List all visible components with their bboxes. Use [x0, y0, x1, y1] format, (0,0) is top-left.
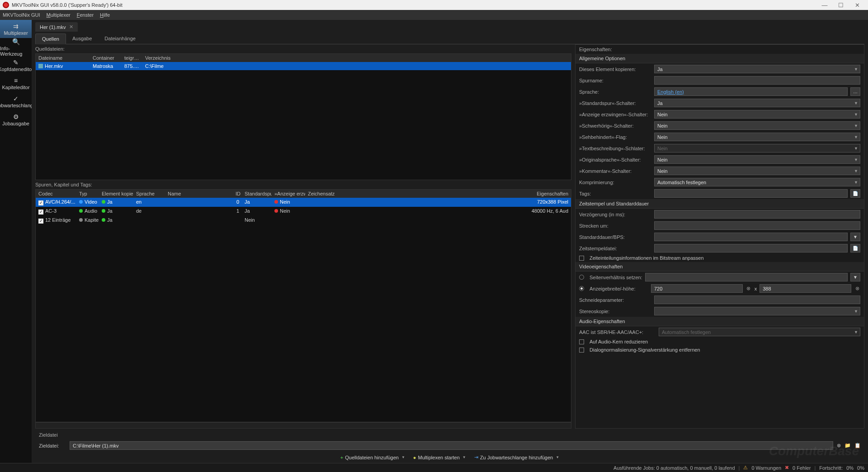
aspect-ratio-input[interactable]: [645, 273, 848, 281]
error-icon: ✖: [785, 465, 789, 471]
language-select[interactable]: English (en): [654, 87, 848, 96]
menu-multiplexer[interactable]: Multiplexer: [47, 12, 71, 18]
menu-window[interactable]: Fenster: [77, 12, 94, 18]
menu-app[interactable]: MKVToolNix GUI: [3, 12, 40, 18]
file-icon: [38, 64, 43, 68]
tracks-grid-header: Codec Typ Element kopieren Sprache Name …: [36, 190, 571, 198]
fix-bitstream-checkbox[interactable]: [579, 256, 584, 261]
multiplexer-icon: ⇉: [12, 23, 20, 30]
section-timestamps: Zeitstempel und Standarddauer: [576, 199, 864, 209]
queue-add-icon: ⇥: [474, 454, 478, 460]
clear-height-icon[interactable]: ⊗: [854, 286, 860, 292]
delay-input[interactable]: [654, 210, 860, 219]
minimize-button[interactable]: —: [816, 2, 833, 9]
compression-select[interactable]: Automatisch festlegen▼: [654, 178, 860, 186]
section-general: Allgemeine Optionen: [576, 54, 864, 63]
stereoscopy-select[interactable]: ▼: [654, 307, 860, 315]
add-source-files-button[interactable]: +Quelldateien hinzufügen▼: [340, 455, 405, 460]
section-video: Videoeigenschaften: [576, 262, 864, 272]
menu-help[interactable]: Hilfe: [100, 12, 110, 18]
timestamp-file-input[interactable]: [654, 244, 848, 253]
stretch-input[interactable]: [654, 221, 860, 230]
source-file-row[interactable]: Her.mkv Matroska 875.4 … C:\Filme: [36, 62, 571, 70]
close-tab-icon[interactable]: ✕: [69, 24, 73, 30]
destination-browse-button[interactable]: 📁: [844, 443, 851, 448]
destination-label: Zieldatei:: [39, 443, 66, 448]
crop-input[interactable]: [654, 296, 860, 304]
track-row[interactable]: ✓12 EinträgeKapitelJaNein: [36, 216, 571, 225]
section-audio: Audio-Eigenschaften: [576, 317, 864, 326]
std-duration-input[interactable]: [654, 233, 848, 241]
properties-label: Eigenschaften:: [576, 45, 864, 54]
display-width-input[interactable]: [651, 284, 743, 293]
status-errors[interactable]: 0 Fehler: [793, 465, 811, 471]
tags-browse-button[interactable]: 📄: [850, 189, 860, 198]
sidebar-item-multiplexer[interactable]: ⇉ Multiplexer: [0, 20, 32, 38]
status-progress-label: Fortschritt:: [819, 465, 843, 471]
status-progress-2: 0%: [857, 465, 864, 471]
forced-display-select[interactable]: Nein▼: [654, 110, 860, 119]
original-lang-select[interactable]: Nein▼: [654, 155, 860, 164]
app-icon: [3, 2, 9, 8]
copy-element-select[interactable]: Ja▼: [654, 65, 860, 73]
aspect-ratio-drop[interactable]: ▼: [850, 273, 860, 281]
destination-section: Zieldatei: [39, 430, 861, 439]
commentary-select[interactable]: Nein▼: [654, 167, 860, 175]
window-title: MKVToolNix GUI v58.0.0 ('Supper's Ready'…: [12, 2, 123, 8]
tab-output[interactable]: Ausgabe: [66, 33, 98, 44]
hearing-impaired-select[interactable]: Nein▼: [654, 121, 860, 130]
source-files-label: Quelldateien:: [35, 44, 571, 53]
info-icon: 🔍: [12, 38, 20, 45]
destination-input[interactable]: C:\Filme\Her (1).mkv: [70, 441, 833, 450]
timestamp-file-browse[interactable]: 📄: [850, 244, 860, 253]
file-tab-active[interactable]: Her (1).mkv ✕: [35, 22, 78, 32]
aac-sbr-select: Automatisch festlegen▼: [659, 328, 860, 336]
language-browse-button[interactable]: …: [850, 87, 860, 96]
menu-bar: MKVToolNix GUI Multiplexer Fenster Hilfe: [0, 10, 868, 20]
properties-panel: Eigenschaften: Allgemeine Optionen Diese…: [575, 44, 864, 429]
maximize-button[interactable]: ☐: [833, 2, 849, 9]
text-desc-select: Nein▼: [654, 144, 860, 153]
add-to-job-queue-button[interactable]: ⇥Zu Jobwarteschlange hinzufügen▼: [474, 454, 559, 460]
display-height-input[interactable]: [760, 284, 851, 293]
track-name-input[interactable]: [654, 76, 860, 85]
destination-recent-button[interactable]: 📋: [854, 443, 861, 448]
track-row[interactable]: ✓AVC/H.264/...VideoJaen0JaNein720x388 Pi…: [36, 198, 571, 207]
tracks-label: Spuren, Kapitel und Tags:: [35, 180, 571, 189]
clear-width-icon[interactable]: ⊗: [745, 286, 752, 292]
sub-tabs: Quellen Ausgabe Dateianhänge: [35, 33, 864, 44]
reduce-audio-core-checkbox[interactable]: [579, 339, 584, 344]
tab-attachments[interactable]: Dateianhänge: [98, 33, 142, 44]
display-dims-radio[interactable]: [579, 286, 584, 291]
sidebar-item-job-output[interactable]: ⚙ Jobausgabe: [0, 110, 32, 129]
track-row[interactable]: ✓AC-3AudioJade1JaNein48000 Hz, 6 Aud: [36, 207, 571, 216]
play-icon: ●: [413, 455, 416, 460]
sidebar-item-chapter-editor[interactable]: ≡ Kapiteleditor: [0, 74, 32, 92]
status-bar: Ausführende Jobs: 0 automatisch, 0 manue…: [0, 463, 868, 472]
start-multiplexing-button[interactable]: ●Multiplexen starten▼: [413, 455, 466, 460]
file-tabs: Her (1).mkv ✕: [32, 20, 868, 32]
sidebar-item-header-editor[interactable]: ✎ Kopfdateneditor: [0, 56, 32, 74]
action-bar: +Quelldateien hinzufügen▼ ●Multiplexen s…: [35, 452, 864, 463]
visual-impaired-select[interactable]: Nein▼: [654, 133, 860, 141]
aspect-ratio-radio[interactable]: [579, 275, 584, 280]
plus-icon: +: [340, 455, 343, 460]
destination-clear-button[interactable]: ⊗: [837, 443, 841, 448]
status-jobs: Ausführende Jobs: 0 automatisch, 0 manue…: [613, 465, 735, 471]
edit-icon: ✎: [12, 59, 20, 66]
tool-sidebar: ⇉ Multiplexer 🔍 Info-Werkzeug ✎ Kopfdate…: [0, 20, 32, 463]
remove-dialnorm-checkbox[interactable]: [579, 348, 584, 353]
horizontal-scrollbar[interactable]: [35, 422, 571, 429]
gear-icon: ⚙: [12, 113, 20, 120]
std-duration-drop[interactable]: ▼: [850, 233, 860, 241]
status-progress-1: 0%: [846, 465, 854, 471]
tags-input[interactable]: [654, 189, 848, 198]
tab-sources[interactable]: Quellen: [35, 33, 66, 44]
default-track-select[interactable]: Ja▼: [654, 99, 860, 107]
queue-icon: ✓: [12, 95, 20, 102]
sidebar-item-info[interactable]: 🔍 Info-Werkzeug: [0, 38, 32, 56]
close-button[interactable]: ✕: [849, 2, 865, 9]
chapters-icon: ≡: [12, 77, 20, 84]
status-warnings[interactable]: 0 Warnungen: [751, 465, 781, 471]
sidebar-item-job-queue[interactable]: ✓ Jobwarteschlange: [0, 92, 32, 110]
